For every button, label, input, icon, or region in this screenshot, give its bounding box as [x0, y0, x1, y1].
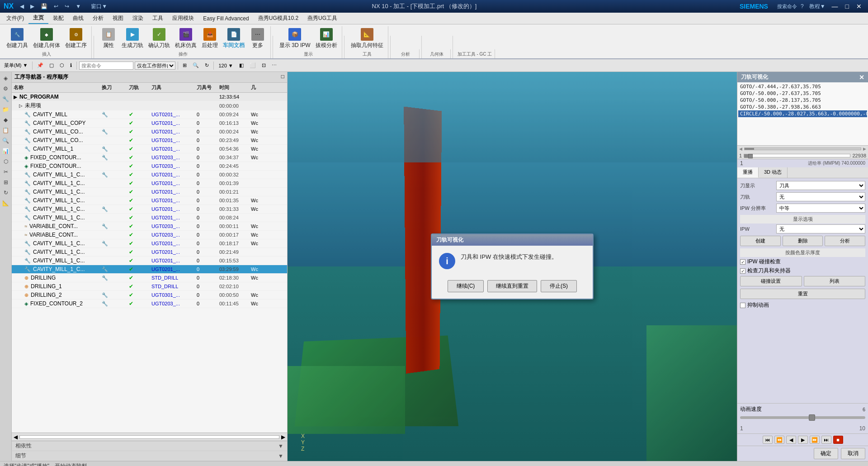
sidebar-icon-0[interactable]: ◈ [1, 74, 10, 83]
table-row[interactable]: ≈ VARIABLE_CONT... ✔ UGT0203_... 0 00:00… [12, 231, 287, 239]
pb-prev[interactable]: ◀ [786, 436, 796, 444]
table-row[interactable]: 🔧 CAVITY_MILL_1_C... 🔧 ✔ UGT0201_... 0 0… [12, 171, 287, 179]
table-row[interactable]: ▷ 未用项 00:00:00 [12, 101, 287, 110]
btn-analyze[interactable]: 分析 [825, 236, 865, 246]
menu-yanxiu-tools[interactable]: 燕秀UG工具 [303, 13, 342, 24]
table-row[interactable]: 🔧 CAVITY_MILL_1_C... 🔧 ✔ UGT0201_... 0 0… [12, 265, 287, 274]
speed-thumb[interactable] [809, 414, 815, 421]
ribbon-extract-geom[interactable]: 📐 抽取几何特征 [349, 27, 385, 50]
table-row[interactable]: ⊕ DRILLING 🔧 ✔ STD_DRILL 0 02:18:30 Wc [12, 274, 287, 282]
tb2-info[interactable]: ℹ [68, 62, 74, 69]
tool-display-select[interactable]: 刀具 [776, 181, 865, 190]
scroll-track[interactable] [19, 435, 279, 439]
rp-progress-bar-track[interactable] [744, 154, 850, 157]
help-btn[interactable]: ? [799, 2, 806, 10]
ribbon-generate[interactable]: ▶ 生成刀轨 [120, 27, 145, 50]
tb2-wire[interactable]: ⬜ [247, 62, 258, 69]
table-row[interactable]: 🔧 CAVITY_MILL_1_C... 🔧 ✔ UGT0201_... 0 0… [12, 239, 287, 248]
pb-prev-fast[interactable]: ⏪ [774, 436, 784, 444]
pb-stop[interactable]: ■ [833, 436, 843, 444]
table-row[interactable]: 🔧 CAVITY_MILL_1_C... ✔ UGT0201_... 0 00:… [12, 214, 287, 222]
menu-assembly[interactable]: 装配 [48, 13, 68, 24]
btn-create[interactable]: 创建 [740, 236, 781, 246]
tb2-menu-btn[interactable]: 菜单(M) ▼ [2, 61, 30, 70]
ribbon-attr[interactable]: 📋 属性 [99, 27, 118, 50]
menu-file[interactable]: 文件(F) [2, 13, 28, 24]
pb-play[interactable]: ▶ [798, 436, 808, 444]
sidebar-icon-3[interactable]: 📁 [1, 105, 10, 114]
menu-yanxiu102[interactable]: 燕秀UG模具10.2 [254, 13, 303, 24]
tb2-fit[interactable]: ⊞ [180, 62, 189, 69]
viewport[interactable]: X Y Z 刀轨可视化 i 刀具和 IPW 在快速模式下发生碰撞。 继续(C) … [288, 72, 737, 461]
ipw-select[interactable]: 无 [776, 224, 865, 233]
pb-first[interactable]: ⏮ [763, 436, 773, 444]
menu-analysis[interactable]: 分析 [88, 13, 108, 24]
dialog-stop-btn[interactable]: 停止(S) [541, 280, 577, 292]
menu-appmodule[interactable]: 应用模块 [168, 13, 198, 24]
table-row[interactable]: ◈ FIXED_CONTOUR_2 🔧 ✔ UGT0203_... 0 00:1… [12, 300, 287, 308]
ribbon-simulate[interactable]: 🎬 机床仿真 [173, 27, 198, 50]
sidebar-icon-12[interactable]: 📐 [1, 199, 10, 208]
ribbon-verify[interactable]: ✓ 确认刀轨 [146, 27, 172, 50]
btn-collision-settings[interactable]: 碰撞设置 [740, 276, 802, 286]
ipw-res-select[interactable]: 中等 [776, 204, 865, 213]
title-redo[interactable]: ↪ [63, 2, 71, 10]
menu-home[interactable]: 主页 [28, 13, 48, 24]
scroll-left[interactable]: ◀ [14, 434, 18, 440]
table-row[interactable]: 🔧 CAVITY_MILL 🔧 ✔ UGT0201_... 0 00:09:24… [12, 110, 287, 119]
scroll-right[interactable]: ▶ [281, 434, 285, 440]
tb2-shade[interactable]: ◧ [237, 62, 246, 69]
title-more[interactable]: ▼ [74, 2, 83, 10]
rp-cancel-btn[interactable]: 取消 [841, 448, 865, 459]
table-row[interactable]: 🔧 CAVITY_MILL_1_C... ✔ UGT0201_... 0 00:… [12, 179, 287, 188]
tb2-snap[interactable]: 📌 [35, 62, 46, 69]
menu-easyfill[interactable]: Easy Fill Advanced [198, 14, 253, 23]
tb2-filter[interactable]: ⬡ [57, 62, 66, 69]
bottom-panel-dependence[interactable]: 相依性 ▼ [12, 441, 287, 451]
menu-tools[interactable]: 工具 [148, 13, 168, 24]
table-row[interactable]: ≈ VARIABLE_CONT... 🔧 ✔ UGT0203_... 0 00:… [12, 222, 287, 231]
table-row[interactable]: 🔧 CAVITY_MILL_1 🔧 ✔ UGT0201_... 0 00:54:… [12, 145, 287, 153]
pb-last[interactable]: ⏭ [821, 436, 831, 444]
table-row[interactable]: ⊕ DRILLING_2 🔧 ✔ UGT0301_... 0 00:00:50 … [12, 291, 287, 300]
rp-close-btn[interactable]: ✕ [859, 74, 864, 81]
sidebar-icon-8[interactable]: ⬡ [1, 157, 10, 166]
sidebar-icon-7[interactable]: 📊 [1, 147, 10, 156]
table-row[interactable]: 🔧 CAVITY_MILL_1_C... ✔ UGT0201_... 0 00:… [12, 196, 287, 205]
sidebar-icon-1[interactable]: ⚙ [1, 84, 10, 93]
ribbon-postprocess[interactable]: 📤 后处理 [200, 27, 220, 50]
tab-3d-dynamic[interactable]: 3D 动态 [759, 167, 788, 178]
tb2-hidden[interactable]: ⊡ [259, 62, 268, 69]
教程-btn[interactable]: 教程▼ [807, 2, 827, 11]
ribbon-create-geom[interactable]: ◆ 创建几何体 [31, 27, 62, 50]
btn-reset[interactable]: 重置 [740, 289, 865, 299]
ribbon-draft-analysis[interactable]: 📊 拔模分析 [314, 27, 339, 50]
dialog-continue-reset-btn[interactable]: 继续直到重置 [487, 280, 537, 292]
tb2-more2[interactable]: ⋯ [269, 62, 279, 69]
rp-progress-thumb[interactable] [748, 154, 753, 158]
op-nav-expand[interactable]: □ [281, 73, 284, 81]
ipw-collision-checkbox[interactable] [740, 259, 745, 265]
tb2-rotate[interactable]: ↻ [203, 62, 211, 69]
table-row[interactable]: 🔧 CAVITY_MILL_1_C... ✔ UGT0201_... 0 00:… [12, 248, 287, 257]
menu-render[interactable]: 渲染 [128, 13, 148, 24]
ribbon-3dipw[interactable]: 📦 显示 3D IPW [278, 27, 312, 50]
check-tool-holder-checkbox[interactable] [740, 268, 745, 274]
title-undo[interactable]: ↩ [52, 2, 60, 10]
ribbon-shop-doc[interactable]: 📄 车间文档 [221, 27, 246, 50]
tb2-zoom[interactable]: 🔍 [190, 62, 201, 69]
tb2-view-mode[interactable]: 120 ▼ [216, 62, 235, 69]
pb-next[interactable]: ⏩ [810, 436, 820, 444]
ribbon-more-ops[interactable]: ⋯ 更多 [248, 27, 268, 50]
tool-path-select[interactable]: 无 [776, 192, 865, 201]
sidebar-icon-9[interactable]: ✂ [1, 167, 10, 176]
table-row[interactable]: 🔧 CAVITY_MILL_1_C... ✔ UGT0201_... 0 00:… [12, 188, 287, 196]
menu-curve[interactable]: 曲线 [68, 13, 88, 24]
sidebar-icon-5[interactable]: 📋 [1, 126, 10, 135]
rp-scroll-bar[interactable] [744, 147, 861, 150]
speed-slider[interactable] [740, 416, 865, 425]
rp-ok-btn[interactable]: 确定 [814, 448, 838, 459]
table-row[interactable]: ◈ FIXED_CONTOUR... ✔ UGT0203_... 0 00:24… [12, 162, 287, 171]
op-nav-scrollbar[interactable]: ◀ ▶ [12, 433, 287, 441]
title-nav-forward[interactable]: ▶ [28, 2, 36, 10]
